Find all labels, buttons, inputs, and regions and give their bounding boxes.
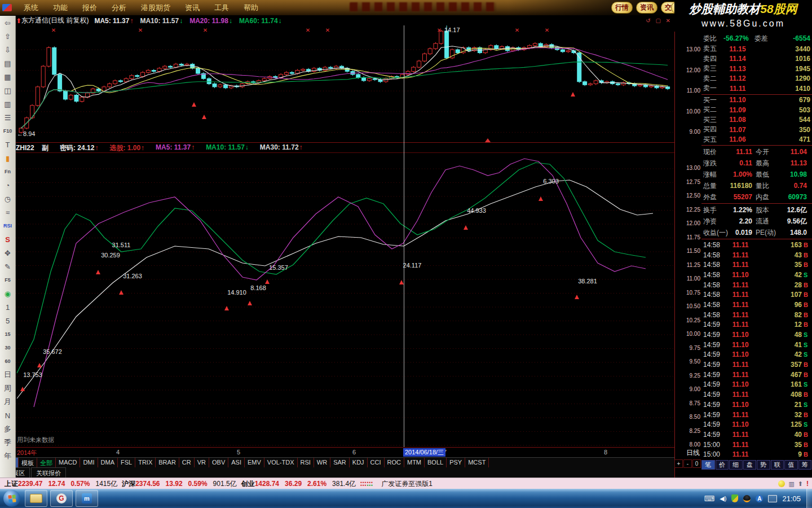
tab-roc[interactable]: ROC [385,458,404,468]
tab-cr[interactable]: CR [179,458,195,468]
taskbar-explorer-icon[interactable] [25,490,47,507]
taskbar-browser-icon[interactable]: m [76,490,98,507]
menu-item-2[interactable]: 报价 [82,3,97,13]
menu-button-0[interactable]: 行情 [611,2,633,14]
tab-cci[interactable]: CCI [368,458,385,468]
tab-mcst[interactable]: MCST [465,458,489,468]
toolbar-icon-rsi[interactable]: RSI [1,219,14,233]
panel-tab-1[interactable]: 价 [716,460,729,470]
status-alert-icon[interactable]: ! [806,480,809,488]
toolbar-icon-block[interactable]: ▮ [1,151,14,165]
toolbar-icon-move[interactable]: ✥ [1,246,14,260]
toolbar-icon-sell[interactable]: S [1,233,14,246]
tab-sar[interactable]: SAR [330,458,350,468]
tab-vr[interactable]: VR [195,458,209,468]
toolbar-icon-multi[interactable]: 多 [1,422,14,436]
taskbar-clock[interactable]: 21:05 [782,494,801,503]
tray-volume-icon[interactable]: ◀) [720,495,726,502]
toolbar-icon-table[interactable]: ▦ [1,70,14,84]
tab-boll[interactable]: BOLL [425,458,447,468]
tab-wr[interactable]: WR [314,458,330,468]
toolbar-icon-kline[interactable]: ▥ [1,97,14,111]
toolbar-icon-quarter[interactable]: 季 [1,436,14,449]
status-ball-icon[interactable] [778,480,785,487]
tab-dma[interactable]: DMA [98,458,118,468]
tray-network-icon[interactable] [768,495,777,502]
toolbar-icon-func[interactable]: Fn [1,165,14,178]
menu-item-5[interactable]: 资讯 [185,3,200,13]
tick-by-tick-list[interactable]: 14:5811.11163B14:5811.1143B14:5811.1135B… [701,240,812,459]
toolbar-icon-f5[interactable]: F5 [1,273,14,287]
tab-macd[interactable]: MACD [56,458,80,468]
tab-obv[interactable]: OBV [209,458,228,468]
status-signal-icon[interactable]: ▥ [788,480,794,488]
toolbar-icon-wave[interactable]: ≈ [1,205,14,219]
tray-shield-icon[interactable] [731,494,738,502]
toolbar-icon-day[interactable]: 日 [1,368,14,382]
subtab-1[interactable]: 关联报价 [31,467,66,478]
menu-item-7[interactable]: 帮助 [244,3,258,13]
toolbar-icon-year[interactable]: 年 [1,449,14,463]
tab-vol-tdx[interactable]: VOL-TDX [264,458,298,468]
tab-dmi[interactable]: DMI [80,458,98,468]
toolbar-icon-min30[interactable]: 30 [1,341,14,354]
toolbar-icon-back[interactable]: ⇦ [1,16,14,29]
tab-mtm[interactable]: MTM [404,458,425,468]
toolbar-icon-n[interactable]: N [1,409,14,422]
menu-item-4[interactable]: 港股期货 [141,3,170,13]
taskbar-broker-app-icon[interactable]: G [50,490,73,507]
tray-qq-icon[interactable] [743,495,751,502]
start-button[interactable] [3,490,20,507]
zoom-button-0[interactable]: 0 [692,459,701,468]
toolbar-icon-list[interactable]: ☰ [1,111,14,124]
tab-psy[interactable]: PSY [447,458,465,468]
toolbar-icon-month[interactable]: 月 [1,395,14,409]
panel-tab-7[interactable]: 筹 [798,460,812,470]
chart-window-controls[interactable]: ↺ ▢ ✕ [646,17,674,24]
panel-tab-4[interactable]: 势 [757,460,770,470]
tab-rsi[interactable]: RSI [298,458,314,468]
toolbar-icon-up[interactable]: ⇧ [1,29,14,43]
toolbar-icon-week[interactable]: 周 [1,382,14,395]
toolbar-icon-trend[interactable]: ◫ [1,84,14,97]
menu-item-1[interactable]: 功能 [53,3,68,13]
zoom-button--[interactable]: - [683,459,692,468]
toolbar-icon-min15[interactable]: 15 [1,327,14,341]
zoom-button-+[interactable]: + [674,459,683,468]
menu-item-6[interactable]: 工具 [214,3,229,13]
panel-tab-2[interactable]: 细 [729,460,743,470]
status-upload-icon[interactable]: ⬆ [798,480,803,488]
panel-tab-0[interactable]: 笔 [701,460,715,470]
toolbar-icon-draw[interactable]: ✎ [1,260,14,273]
toolbar-icon-clock[interactable]: ◷ [1,192,14,205]
show-desktop-button[interactable] [806,489,812,508]
tab-全部[interactable]: 全部 [37,458,56,468]
toolbar-icon-chart[interactable]: ◔ [1,178,14,192]
toolbar-icon-dot[interactable]: ◉ [1,287,14,300]
toolbar-icon-report[interactable]: ▤ [1,56,14,70]
tab-asi[interactable]: ASI [228,458,245,468]
tab-emv[interactable]: EMV [245,458,264,468]
toolbar-icon-info[interactable]: T [1,138,14,151]
period-label[interactable]: 日线 [686,448,700,458]
tray-keyboard-icon[interactable]: ⌨ [704,494,715,503]
panel-tab-5[interactable]: 联 [771,460,784,470]
toolbar-icon-min1[interactable]: 1 [1,300,14,314]
kline-chart-panel[interactable]: ✕✕✕✕✕✕✕✕14.17←8.94 [16,25,674,142]
menu-button-1[interactable]: 资讯 [636,2,657,14]
tab-brar[interactable]: BRAR [156,458,179,468]
tab-trix[interactable]: TRIX [135,458,156,468]
panel-tab-3[interactable]: 盘 [743,460,757,470]
toolbar-icon-min60[interactable]: 60 [1,354,14,368]
tab-模板[interactable]: 模板 [19,458,37,468]
menu-item-0[interactable]: 系统 [24,3,38,13]
tray-ime-icon[interactable]: A [756,495,763,502]
tab-kdj[interactable]: KDJ [350,458,368,468]
toolbar-icon-f10[interactable]: F10 [1,124,14,138]
tab-fsl[interactable]: FSL [118,458,135,468]
toolbar-icon-min5[interactable]: 5 [1,314,14,327]
indicator-chart-panel[interactable]: 13.75335.67230.25931.51131.26314.9108.16… [16,152,674,448]
toolbar-icon-down[interactable]: ⇩ [1,43,14,56]
panel-tab-6[interactable]: 值 [784,460,798,470]
menu-item-3[interactable]: 分析 [112,3,126,13]
